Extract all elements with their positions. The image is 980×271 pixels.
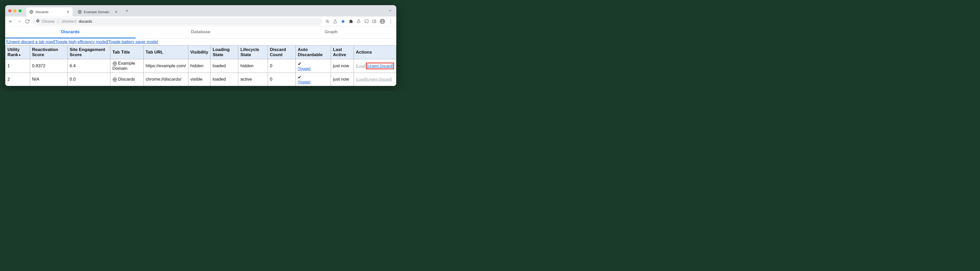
globe-icon (113, 77, 117, 82)
address-prefix: Chrome (42, 19, 54, 24)
col-reactivation-score[interactable]: Reactivation Score (30, 46, 67, 59)
col-actions[interactable]: Actions (353, 46, 396, 59)
load-action-link: [Load] (356, 64, 366, 68)
bookmark-star-icon[interactable] (341, 19, 345, 24)
cell-tab-title: Discards (110, 73, 143, 86)
globe-icon (29, 10, 33, 14)
cell-utility-rank: 2 (5, 73, 30, 86)
col-site-engagement[interactable]: Site Engagement Score (67, 46, 110, 59)
browser-tab-label: Discards (35, 10, 49, 14)
action-link-bar: [Urgent discard a tab now][Toggle high e… (5, 39, 396, 45)
browser-tab-example[interactable]: Example Domain ✕ (75, 8, 121, 16)
col-visibility[interactable]: Visibility (188, 46, 210, 59)
cell-loading-state: loaded (210, 59, 238, 73)
toggle-auto-discardable-link[interactable]: [Toggle] (298, 80, 329, 84)
page-tab-graph[interactable]: Graph (266, 26, 396, 38)
cell-actions: [Load][Urgent Discard] (353, 59, 396, 73)
toolbar-right: ⋮ (325, 19, 393, 24)
reload-button[interactable] (25, 19, 30, 24)
col-tab-url[interactable]: Tab URL (143, 46, 188, 59)
page-content: Discards Database Graph [Urgent discard … (5, 26, 396, 86)
minimize-window-button[interactable] (13, 9, 16, 12)
cell-visibility: visible (188, 73, 210, 86)
col-tab-title[interactable]: Tab Title (110, 46, 143, 59)
globe-icon (78, 10, 82, 14)
expand-chevron-icon[interactable] (387, 8, 393, 14)
load-action-link: [Load] (356, 77, 366, 81)
window-controls (8, 9, 22, 12)
col-utility-rank[interactable]: Utility Rank▲ (5, 46, 30, 59)
cell-loading-state: loaded (210, 73, 238, 86)
cell-discard-count: 0 (268, 59, 296, 73)
col-discard-count[interactable]: Discard Count (268, 46, 296, 59)
address-scheme: chrome:// (62, 19, 76, 24)
cell-last-active: just now (331, 59, 353, 73)
urgent-discard-now-link[interactable]: [Urgent discard a tab now] (6, 40, 54, 44)
close-tab-icon[interactable]: ✕ (67, 10, 70, 14)
menu-button[interactable]: ⋮ (388, 19, 393, 24)
col-auto-discardable[interactable]: Auto Discardable (296, 46, 331, 59)
col-last-active[interactable]: Last Active (331, 46, 353, 59)
side-panel-icon[interactable] (372, 19, 376, 24)
cell-auto-discardable: ✔[Toggle] (296, 73, 331, 86)
discards-table: Utility Rank▲ Reactivation Score Site En… (5, 45, 396, 86)
cell-tab-title: Example Domain (110, 59, 143, 73)
check-icon: ✔ (298, 75, 329, 80)
cell-reactivation-score: 0.8372 (30, 59, 67, 73)
browser-window: Discards ✕ Example Domain ✕ + (5, 5, 396, 86)
address-bar[interactable]: Chrome | chrome://discards (33, 18, 322, 25)
highlight-box: [Urgent Discard] (366, 62, 394, 69)
profile-avatar[interactable] (380, 19, 385, 24)
close-window-button[interactable] (8, 9, 11, 12)
zoom-icon[interactable] (325, 19, 329, 24)
cell-site-engagement: 0.0 (67, 73, 110, 86)
cell-discard-count: 0 (268, 73, 296, 86)
sort-indicator-icon: ▲ (18, 53, 21, 56)
toggle-efficiency-link[interactable]: [Toggle high efficiency mode] (54, 40, 107, 44)
toggle-auto-discardable-link[interactable]: [Toggle] (298, 67, 329, 71)
maximize-window-button[interactable] (19, 9, 22, 12)
forward-button[interactable] (16, 19, 22, 24)
check-icon: ✔ (298, 61, 329, 67)
page-tab-discards[interactable]: Discards (5, 26, 135, 38)
cell-tab-url: chrome://discards/ (143, 73, 188, 86)
cast-icon[interactable] (364, 19, 369, 24)
address-divider: | (58, 19, 59, 24)
extensions-icon[interactable] (349, 19, 353, 24)
urgent-discard-action-link[interactable]: [Urgent Discard] (367, 64, 393, 68)
chrome-icon (36, 19, 40, 24)
titlebar: Discards ✕ Example Domain ✕ + (5, 5, 396, 16)
cell-reactivation-score: N/A (30, 73, 67, 86)
cell-last-active: just now (331, 73, 353, 86)
page-tab-database[interactable]: Database (135, 26, 266, 38)
labs-icon[interactable] (357, 19, 361, 24)
browser-tab-discards[interactable]: Discards ✕ (26, 8, 73, 16)
col-loading-state[interactable]: Loading State (210, 46, 238, 59)
table-row: 10.83726.4Example Domainhttps://example.… (5, 59, 396, 73)
close-tab-icon[interactable]: ✕ (115, 10, 118, 14)
browser-toolbar: Chrome | chrome://discards ⋮ (5, 16, 396, 26)
page-tab-nav: Discards Database Graph (5, 26, 396, 39)
svg-rect-5 (373, 20, 376, 23)
share-icon[interactable] (333, 19, 337, 24)
cell-actions: [Load][Urgent Discard] (353, 73, 396, 86)
svg-point-3 (37, 20, 38, 22)
cell-site-engagement: 6.4 (67, 59, 110, 73)
svg-point-6 (382, 20, 383, 21)
cell-tab-url: https://example.com/ (143, 59, 188, 73)
tab-title-text: Discards (118, 77, 135, 82)
globe-icon (113, 61, 117, 66)
urgent-discard-action-link: [Urgent Discard] (366, 77, 392, 81)
col-lifecycle-state[interactable]: Lifecycle State (238, 46, 268, 59)
cell-lifecycle-state: active (238, 73, 268, 86)
cell-utility-rank: 1 (5, 59, 30, 73)
new-tab-button[interactable]: + (123, 8, 131, 14)
browser-tab-label: Example Domain (84, 10, 110, 14)
cell-auto-discardable: ✔[Toggle] (296, 59, 331, 73)
toggle-battery-link[interactable]: [Toggle battery saver mode] (107, 40, 158, 44)
cell-lifecycle-state: hidden (238, 59, 268, 73)
back-button[interactable] (8, 19, 13, 24)
address-path: discards (79, 19, 92, 24)
table-header-row: Utility Rank▲ Reactivation Score Site En… (5, 46, 396, 59)
cell-visibility: hidden (188, 59, 210, 73)
